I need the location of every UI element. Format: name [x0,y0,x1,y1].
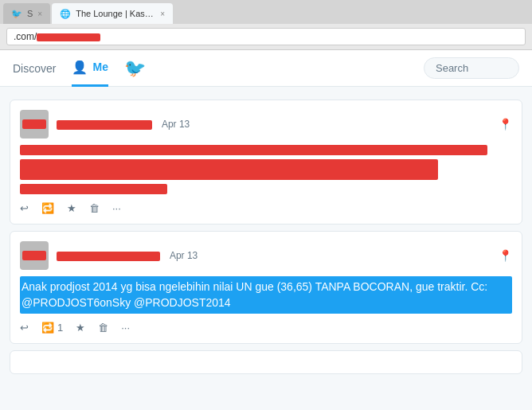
tweet-header-2: Apr 13 📍 [20,241,512,270]
address-text: .com/ [14,31,100,42]
tweet-body-1 [20,145,512,194]
like-action-2[interactable]: ★ [76,322,85,334]
address-bar-row: .com/ [0,24,532,49]
browser-chrome: 🐦 S × 🌐 The Lounge | Kaskus - Th... × .c… [0,0,532,50]
address-bar[interactable]: .com/ [6,28,526,45]
tweet-body-2: Anak prodjost 2014 yg bisa ngelebihin ni… [20,276,512,314]
reply-action-2[interactable]: ↩ [20,322,29,334]
tweet-card-3 [10,350,522,374]
nav-me[interactable]: 👤 Me [72,50,108,87]
more-action-2[interactable]: ··· [121,322,130,334]
retweet-icon-2: 🔁 [41,322,54,334]
tweet-user-info-1: Apr 13 [57,117,499,131]
tweet-actions-1: ↩ 🔁 ★ 🗑 ··· [20,202,512,214]
tweet-date-2: Apr 13 [170,250,198,261]
tweet-text-2: Anak prodjost 2014 yg bisa ngelebihin ni… [20,276,512,314]
search-box[interactable]: Search [424,57,519,79]
location-icon-1: 📍 [499,118,512,131]
nav-search: Search [424,57,519,79]
retweet-action-2[interactable]: 🔁 1 [41,322,63,334]
reply-icon-1: ↩ [20,202,29,214]
nav-left: Discover 👤 Me [13,50,108,87]
retweet-action-1[interactable]: 🔁 [41,202,54,214]
reply-icon-2: ↩ [20,322,29,334]
nav-me-label: Me [92,61,108,73]
tab-bar: 🐦 S × 🌐 The Lounge | Kaskus - Th... × [0,0,532,24]
reply-action-1[interactable]: ↩ [20,202,29,214]
tweet-avatar-2 [20,241,49,270]
tab-1[interactable]: 🐦 S × [3,3,50,24]
delete-icon-1: 🗑 [89,202,100,214]
avatar-image-1 [20,110,49,139]
tab-1-close[interactable]: × [37,10,42,18]
tweet-date-1: Apr 13 [162,119,190,130]
tweet-text-line-3 [20,184,167,194]
search-label: Search [436,62,468,74]
tweet-card-1: Apr 13 📍 ↩ 🔁 ★ 🗑 ··· [10,100,522,225]
retweet-count-2: 1 [57,322,63,334]
tab-2[interactable]: 🌐 The Lounge | Kaskus - Th... × [52,3,173,24]
like-icon-2: ★ [76,322,85,334]
tweet-actions-2: ↩ 🔁 1 ★ 🗑 ··· [20,322,512,334]
more-action-1[interactable]: ··· [112,202,121,214]
twitter-nav: Discover 👤 Me 🐦 Search [0,50,532,87]
more-icon-2: ··· [121,322,130,334]
tab-2-title: The Lounge | Kaskus - Th... [76,9,155,18]
tab-2-icon: 🌐 [60,9,71,19]
delete-action-1[interactable]: 🗑 [89,202,100,214]
like-icon-1: ★ [67,202,76,214]
delete-action-2[interactable]: 🗑 [98,322,108,334]
tweet-text-line-1 [20,145,487,155]
location-icon-2: 📍 [499,249,512,262]
tweet-card-2: Apr 13 📍 Anak prodjost 2014 yg bisa ngel… [10,231,522,344]
tweet-username-redacted-2 [57,252,160,261]
delete-icon-2: 🗑 [98,322,108,334]
tab-1-title: S [27,9,33,18]
tab-1-icon: 🐦 [11,9,22,19]
like-action-1[interactable]: ★ [67,202,76,214]
avatar-image-2 [20,241,49,270]
timeline: Apr 13 📍 ↩ 🔁 ★ 🗑 ··· [0,87,532,387]
tweet-user-info-2: Apr 13 [57,248,499,262]
nav-discover[interactable]: Discover [13,53,56,84]
tweet-header-1: Apr 13 📍 [20,110,512,139]
tab-2-close[interactable]: × [160,10,165,18]
twitter-bird-icon: 🐦 [124,58,146,79]
tweet-username-redacted-1 [57,120,152,130]
tweet-avatar-1 [20,110,49,139]
person-icon: 👤 [72,60,88,75]
more-icon-1: ··· [112,202,121,214]
retweet-icon-1: 🔁 [41,202,54,214]
tweet-text-line-2 [20,159,438,180]
